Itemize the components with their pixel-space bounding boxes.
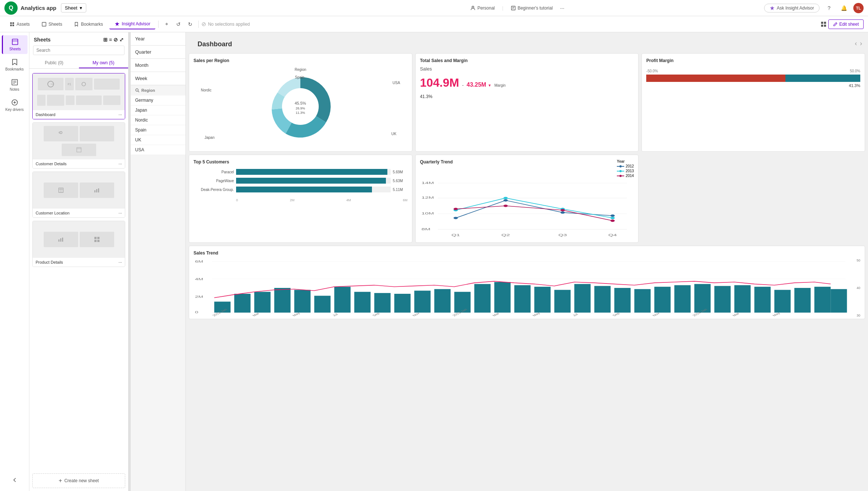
sheet-card-customer-location[interactable]: Customer Location ··· — [32, 172, 125, 218]
tab-insight-advisor[interactable]: Insight Advisor — [109, 19, 155, 29]
bar-row-pagewave: PageWave 5.63M — [194, 178, 408, 184]
sidebar-collapse-button[interactable] — [2, 473, 28, 487]
smart-search-icon[interactable]: ⌖ — [162, 19, 172, 29]
tab-assets[interactable]: Assets — [4, 19, 35, 29]
sheets-panel: Sheets ⊞ ≡ ⊘ ⤢ Public (0) My own (5) #1 — [29, 32, 129, 491]
svg-text:Jul: Jul — [331, 313, 339, 317]
svg-text:8M: 8M — [422, 227, 430, 231]
sheet-card-product-details[interactable]: Product Details ··· — [32, 221, 125, 267]
margin-value: 43.25M ▼ — [467, 82, 492, 88]
filter-month[interactable]: Month — [131, 59, 185, 72]
grid-icon[interactable]: ⊞ — [103, 37, 108, 43]
forward-icon[interactable]: ↻ — [185, 19, 195, 29]
sheet-card-footer-dashboard: Dashboard ··· — [33, 110, 125, 119]
sidebar-item-bookmarks[interactable]: Bookmarks — [2, 55, 28, 74]
svg-rect-115 — [734, 285, 751, 313]
svg-rect-7 — [12, 22, 14, 24]
legend-2012-line — [617, 165, 624, 167]
filter-usa[interactable]: USA — [131, 145, 185, 155]
tutorial-section[interactable]: Beginner's tutorial — [511, 6, 553, 11]
prev-page-button[interactable]: ‹ — [855, 40, 857, 47]
legend-2014-label: 2014 — [626, 174, 634, 178]
sidebar-item-sheets[interactable]: Sheets — [2, 35, 28, 54]
notifications-icon[interactable]: 🔔 — [839, 3, 849, 13]
ask-insight-button[interactable]: Ask Insight Advisor — [764, 4, 820, 12]
back-icon[interactable]: ↺ — [173, 19, 184, 29]
profit-bar-track — [646, 75, 860, 82]
product-more-icon[interactable]: ··· — [119, 260, 122, 264]
svg-point-52 — [619, 165, 622, 167]
help-icon[interactable]: ? — [824, 3, 834, 13]
sheet-card-dashboard[interactable]: #1 Dashboard ··· — [32, 73, 125, 119]
customers-bar-chart: Paracel 5.69M PageWave 5.63M — [194, 167, 408, 197]
svg-rect-96 — [354, 292, 370, 313]
grid-view-button[interactable] — [820, 21, 827, 28]
deak-bar-fill — [236, 187, 372, 192]
svg-rect-15 — [821, 25, 823, 27]
create-sheet-button[interactable]: + Create new sheet — [32, 473, 125, 488]
sheet-card-footer-customer: Customer Details ··· — [33, 159, 125, 168]
sidebar-item-notes[interactable]: Notes — [2, 76, 28, 94]
svg-rect-92 — [274, 288, 290, 313]
svg-text:10M: 10M — [422, 211, 434, 215]
dashboard-grid: Sales per Region Region — [186, 53, 868, 322]
svg-point-72 — [610, 214, 615, 217]
quarterly-chart: 14M 12M 10M 8M Q1 Q2 Q3 Q4 — [420, 179, 634, 238]
legend-label: Year — [617, 159, 634, 163]
uk-label: UK — [391, 132, 397, 136]
personal-section[interactable]: Personal — [470, 6, 495, 11]
deak-label: Deak-Perera Group. — [194, 188, 234, 192]
filter-germany[interactable]: Germany — [131, 95, 185, 105]
svg-point-27 — [82, 82, 86, 86]
filter-icon[interactable]: ⊘ — [113, 37, 118, 43]
bookmarks-sidebar-icon — [11, 58, 18, 66]
y2-40: 40 — [857, 286, 860, 290]
tab-bookmarks[interactable]: Bookmarks — [69, 19, 108, 29]
app-logo[interactable]: Q Analytics app — [4, 1, 57, 15]
expand-icon[interactable]: ⤢ — [119, 37, 124, 43]
sheet-card-customer-details[interactable]: Customer Details ··· — [32, 122, 125, 169]
filter-japan[interactable]: Japan — [131, 105, 185, 115]
sheet-dropdown[interactable]: Sheet ▾ — [61, 3, 86, 12]
toolbar: Assets Sheets Bookmarks Insight Advisor … — [0, 16, 868, 32]
filter-uk[interactable]: UK — [131, 135, 185, 145]
next-page-button[interactable]: › — [860, 40, 862, 47]
sales-label: Sales — [420, 66, 634, 72]
sidebar-item-key-drivers[interactable]: Key drivers — [2, 96, 28, 115]
bookmarks-sidebar-label: Bookmarks — [5, 67, 23, 71]
edit-sheet-button[interactable]: Edit sheet — [828, 19, 864, 29]
bookmarks-icon — [74, 22, 79, 27]
tab-sheets[interactable]: Sheets — [36, 19, 67, 29]
filter-spain[interactable]: Spain — [131, 125, 185, 135]
svg-point-77 — [453, 208, 458, 210]
filter-week[interactable]: Week — [131, 72, 185, 85]
more-options-button[interactable]: ··· — [557, 3, 567, 13]
create-sheet-label: Create new sheet — [64, 478, 99, 483]
svg-text:Sep: Sep — [371, 312, 380, 317]
svg-rect-10 — [42, 22, 46, 26]
svg-rect-3 — [511, 6, 515, 10]
sheet-more-icon[interactable]: ··· — [119, 112, 122, 117]
svg-text:11.3%: 11.3% — [296, 111, 305, 115]
list-icon[interactable]: ≡ — [109, 37, 112, 43]
customer-more-icon[interactable]: ··· — [119, 162, 122, 166]
svg-point-45 — [136, 89, 138, 91]
tab-my-own[interactable]: My own (5) — [79, 58, 129, 68]
sheets-search-input[interactable] — [33, 46, 124, 55]
svg-text:Q3: Q3 — [558, 233, 567, 237]
svg-point-76 — [610, 217, 615, 219]
svg-text:Nov: Nov — [411, 312, 420, 317]
tab-public[interactable]: Public (0) — [29, 58, 79, 68]
location-more-icon[interactable]: ··· — [119, 211, 122, 215]
sheets-sidebar-icon — [11, 38, 19, 46]
sheets-header-icons: ⊞ ≡ ⊘ ⤢ — [103, 37, 124, 43]
no-selections-label: No selections applied — [208, 22, 250, 27]
filter-quarter[interactable]: Quarter — [131, 46, 185, 59]
total-sales-title: Total Sales and Margin — [420, 58, 634, 63]
mode-label: Sheet — [65, 5, 77, 11]
pagewave-label: PageWave — [194, 179, 234, 183]
user-avatar[interactable]: TL — [853, 3, 864, 13]
filter-year[interactable]: Year — [131, 32, 185, 46]
filter-nordic[interactable]: Nordic — [131, 115, 185, 125]
nordic-label: Nordic — [201, 88, 211, 92]
